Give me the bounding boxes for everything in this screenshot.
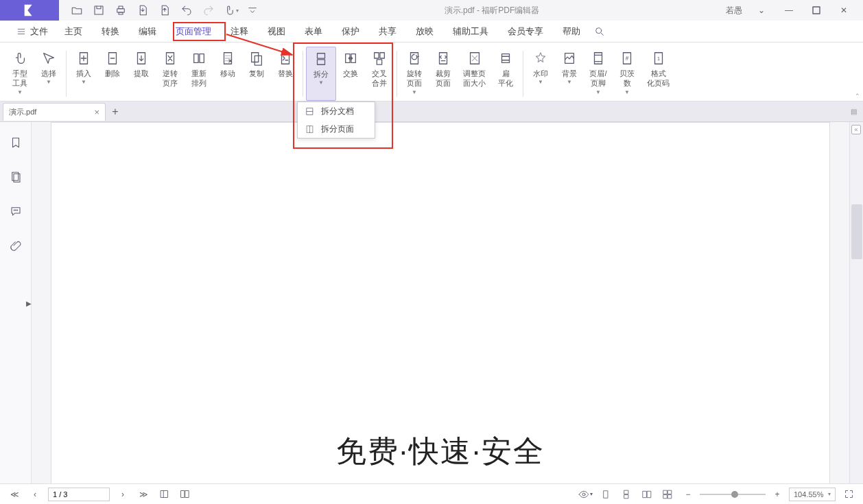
caret-down-icon: ▼ bbox=[567, 80, 572, 85]
pages-icon[interactable] bbox=[8, 169, 24, 185]
touch-icon[interactable]: ▾ bbox=[220, 0, 241, 21]
attachment-icon[interactable] bbox=[8, 237, 24, 254]
last-page-icon[interactable]: ≫ bbox=[136, 487, 151, 502]
menu-annotate[interactable]: 注释 bbox=[221, 21, 258, 43]
page-number-input[interactable] bbox=[48, 488, 110, 501]
menu-home[interactable]: 主页 bbox=[55, 21, 92, 43]
ribbon-btn-5[interactable]: 提取 bbox=[127, 47, 156, 101]
ribbon-btn-18[interactable]: 调整页面大小 bbox=[458, 47, 491, 101]
ribbon-btn-14[interactable]: 交叉合并 bbox=[365, 47, 394, 101]
ribbon-icon bbox=[219, 49, 237, 67]
comments-icon[interactable] bbox=[8, 203, 24, 219]
svg-point-44 bbox=[582, 493, 585, 496]
ribbon-btn-6[interactable]: 逆转页序 bbox=[156, 47, 185, 101]
ribbon-btn-24[interactable]: #贝茨数▼ bbox=[613, 47, 641, 101]
svg-rect-22 bbox=[377, 60, 381, 64]
ribbon-icon bbox=[248, 49, 265, 67]
ribbon-btn-17[interactable]: 裁剪页面 bbox=[429, 47, 458, 101]
menu-convert[interactable]: 转换 bbox=[92, 21, 129, 43]
bookmark-icon[interactable] bbox=[8, 134, 24, 151]
menu-protect[interactable]: 保护 bbox=[332, 21, 369, 43]
caret-down-icon: ▼ bbox=[538, 80, 543, 85]
svg-rect-53 bbox=[668, 494, 672, 498]
menu-page-manage[interactable]: 页面管理 bbox=[166, 21, 221, 43]
menu-form[interactable]: 表单 bbox=[295, 21, 332, 43]
svg-rect-49 bbox=[648, 491, 651, 497]
document-canvas[interactable]: 免费·快速·安全 bbox=[32, 122, 849, 483]
right-scrollbar[interactable]: « bbox=[849, 122, 863, 483]
menu-vip[interactable]: 会员专享 bbox=[498, 21, 553, 43]
menu-search-icon[interactable] bbox=[590, 26, 609, 37]
undo-icon[interactable] bbox=[176, 0, 198, 21]
menu-accessibility[interactable]: 辅助工具 bbox=[443, 21, 498, 43]
ribbon-btn-21[interactable]: 水印▼ bbox=[526, 47, 555, 101]
menu-share[interactable]: 共享 bbox=[369, 21, 406, 43]
ribbon-btn-19[interactable]: 扁平化 bbox=[491, 47, 520, 101]
menu-view[interactable]: 视图 bbox=[258, 21, 295, 43]
caret-down-icon: ▼ bbox=[624, 90, 630, 95]
export-icon[interactable] bbox=[132, 0, 154, 21]
sidebar-expand-icon[interactable]: ▶ bbox=[26, 299, 32, 307]
next-page-icon[interactable]: › bbox=[115, 487, 130, 502]
zoom-slider-thumb[interactable] bbox=[731, 491, 738, 498]
scrollbar-thumb[interactable] bbox=[851, 204, 862, 259]
reflow-icon[interactable] bbox=[156, 487, 172, 502]
ribbon-btn-4[interactable]: 删除 bbox=[98, 47, 127, 101]
redo-icon[interactable] bbox=[198, 0, 220, 21]
collapse-ribbon-icon[interactable]: ⌃ bbox=[855, 93, 860, 99]
ribbon-btn-9[interactable]: 复制 bbox=[242, 47, 271, 101]
zoom-slider-track[interactable] bbox=[700, 494, 766, 495]
menu-help[interactable]: 帮助 bbox=[553, 21, 590, 43]
ribbon-label: 调整页面大小 bbox=[463, 69, 486, 88]
tab-close-icon[interactable]: × bbox=[94, 107, 99, 117]
ribbon-label: 格式化页码 bbox=[647, 69, 670, 88]
tab-overflow-icon[interactable]: ▤ bbox=[844, 102, 863, 121]
ribbon-btn-16[interactable]: 旋转页面▼ bbox=[400, 47, 429, 101]
continuous-facing-icon[interactable] bbox=[660, 487, 675, 502]
document-tab[interactable]: 演示.pdf × bbox=[3, 103, 106, 121]
svg-point-5 bbox=[596, 27, 602, 33]
ribbon-btn-12[interactable]: 拆分▼ bbox=[306, 47, 336, 101]
first-page-icon[interactable]: ≪ bbox=[7, 487, 22, 502]
save-icon[interactable] bbox=[88, 0, 110, 21]
print-icon[interactable] bbox=[110, 0, 132, 21]
menu-edit[interactable]: 编辑 bbox=[129, 21, 166, 43]
user-name[interactable]: 若愚 bbox=[720, 0, 748, 21]
layout-icon[interactable] bbox=[177, 487, 192, 502]
ribbon-btn-23[interactable]: 页眉/页脚▼ bbox=[584, 47, 613, 101]
svg-rect-43 bbox=[185, 491, 189, 498]
facing-page-icon[interactable] bbox=[639, 487, 654, 502]
ribbon-btn-10[interactable]: 替换 bbox=[271, 47, 300, 101]
split-document-item[interactable]: 拆分文档 bbox=[298, 102, 375, 120]
ribbon-btn-7[interactable]: 重新排列 bbox=[185, 47, 213, 101]
zoom-value[interactable]: 104.55%▾ bbox=[789, 488, 836, 501]
ribbon-icon bbox=[75, 49, 93, 67]
prev-page-icon[interactable]: ‹ bbox=[27, 487, 43, 502]
right-panel-toggle-icon[interactable]: « bbox=[851, 125, 861, 134]
user-dropdown-icon[interactable]: ⌄ bbox=[748, 0, 775, 21]
fullscreen-icon[interactable] bbox=[841, 487, 856, 502]
file-menu[interactable]: 文件 bbox=[10, 21, 55, 43]
continuous-page-icon[interactable] bbox=[619, 487, 634, 502]
close-button[interactable]: ✕ bbox=[830, 0, 858, 21]
qat-more-icon[interactable] bbox=[241, 0, 263, 21]
new-tab-button[interactable]: + bbox=[106, 102, 125, 121]
zoom-in-icon[interactable]: + bbox=[770, 487, 785, 502]
ribbon-btn-25[interactable]: 1格式化页码 bbox=[641, 47, 675, 101]
ribbon-btn-1[interactable]: 选择▼ bbox=[34, 47, 63, 101]
ribbon-btn-22[interactable]: 背景▼ bbox=[555, 47, 584, 101]
ribbon-btn-8[interactable]: 移动 bbox=[213, 47, 242, 101]
split-page-item[interactable]: 拆分页面 bbox=[298, 120, 375, 138]
read-mode-icon[interactable]: ▾ bbox=[578, 487, 593, 502]
maximize-button[interactable] bbox=[803, 0, 830, 21]
import-icon[interactable] bbox=[154, 0, 176, 21]
ribbon-label: 插入 bbox=[76, 69, 91, 78]
single-page-icon[interactable] bbox=[598, 487, 613, 502]
menu-present[interactable]: 放映 bbox=[406, 21, 443, 43]
minimize-button[interactable]: — bbox=[775, 0, 803, 21]
ribbon-btn-3[interactable]: 插入▼ bbox=[69, 47, 98, 101]
ribbon-btn-0[interactable]: 手型工具▼ bbox=[5, 47, 34, 101]
ribbon-btn-13[interactable]: 交换 bbox=[336, 47, 365, 101]
open-icon[interactable] bbox=[66, 0, 88, 21]
zoom-out-icon[interactable]: − bbox=[681, 487, 696, 502]
